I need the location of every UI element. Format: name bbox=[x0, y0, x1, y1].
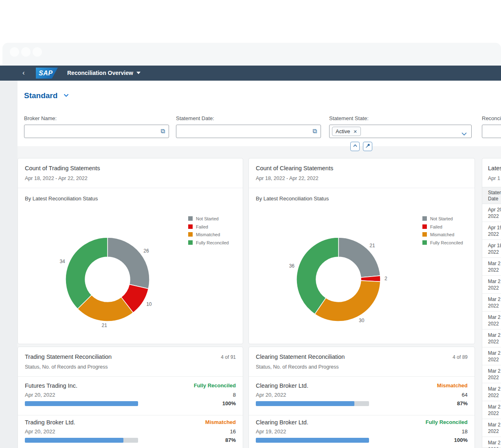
reconciliation-input[interactable] bbox=[482, 125, 501, 138]
divider bbox=[249, 188, 475, 188]
table-row[interactable]: Apr 192022 bbox=[482, 222, 501, 240]
table-row[interactable]: Mar 22022 bbox=[482, 401, 501, 419]
filter-field-statement-date: Statement Date: ⧉ bbox=[176, 115, 321, 138]
records-count: 18 bbox=[462, 428, 468, 435]
progress-fill bbox=[25, 438, 123, 443]
chevron-down-icon bbox=[136, 72, 141, 74]
token-label: Active bbox=[336, 128, 350, 134]
donut-data-label: 21 bbox=[369, 243, 375, 248]
legend-item: Failed bbox=[422, 224, 463, 233]
list-item[interactable]: Trading Broker Ltd. Apr 20, 2022 Mismatc… bbox=[18, 415, 243, 448]
divider bbox=[18, 376, 243, 377]
table-row[interactable]: Apr 202022 bbox=[482, 204, 501, 222]
status-badge: Fully Reconciled bbox=[426, 419, 468, 425]
table-row[interactable]: Mar 22022 bbox=[482, 437, 501, 448]
progress-fill bbox=[256, 401, 354, 406]
table-row[interactable]: Mar 22022 bbox=[482, 312, 501, 329]
value-help-icon[interactable]: ⧉ bbox=[160, 127, 165, 135]
filter-label: Statement State: bbox=[329, 115, 472, 121]
donut-slice-fully-reconciled[interactable] bbox=[66, 237, 108, 309]
legend-item: Mismatched bbox=[188, 232, 229, 240]
value-help-icon[interactable]: ⧉ bbox=[312, 127, 317, 135]
records-count: 64 bbox=[462, 392, 468, 398]
list-item[interactable]: Futures Trading Inc. Apr 20, 2022 Fully … bbox=[18, 379, 243, 413]
filter-token-active: Active✕ bbox=[332, 127, 361, 136]
table-row[interactable]: Mar 22022 bbox=[482, 347, 501, 365]
progress-percent: 100% bbox=[222, 400, 236, 406]
legend-swatch bbox=[422, 224, 427, 229]
chart-legend: Not StartedFailedMismatchedFully Reconci… bbox=[422, 216, 463, 248]
card-title: Trading Statement Reconciliation bbox=[25, 354, 112, 360]
statement-date: Apr 20, 2022 bbox=[25, 392, 55, 398]
progress-percent: 100% bbox=[454, 437, 468, 443]
progress-bar bbox=[256, 438, 369, 443]
card-title: Count of Trading Statements bbox=[25, 165, 100, 171]
list-item[interactable]: Clearing Broker Ltd. Apr 20, 2022 Mismat… bbox=[249, 379, 475, 413]
legend-label: Fully Reconciled bbox=[430, 240, 463, 245]
app-title-menu[interactable]: Reconciliation Overview bbox=[67, 70, 141, 76]
legend-label: Failed bbox=[196, 224, 208, 229]
window-dot bbox=[21, 47, 31, 57]
donut-data-label: 36 bbox=[289, 263, 295, 269]
window-titlebar bbox=[2, 43, 501, 66]
card-subtitle: Apr 18, 2022 - Apr 22, 2022 bbox=[256, 176, 319, 181]
token-remove-icon[interactable]: ✕ bbox=[353, 129, 357, 134]
card-clearing-statement-reconciliation: Clearing Statement Reconciliation 4 of 8… bbox=[248, 347, 475, 448]
screen: ‹ SAP Reconciliation Overview Standard B… bbox=[0, 0, 501, 448]
legend-item: Failed bbox=[188, 224, 229, 233]
table-row[interactable]: Apr 182022 bbox=[482, 240, 501, 258]
table-row[interactable]: Mar 22022 bbox=[482, 365, 501, 383]
table-body: Apr 202022Apr 192022Apr 182022Mar 22022M… bbox=[482, 204, 501, 448]
filter-label: Reconcili bbox=[482, 115, 501, 121]
collapse-filter-button[interactable] bbox=[350, 142, 360, 151]
item-count-badge: 4 of 89 bbox=[453, 354, 468, 360]
sap-logo-text: SAP bbox=[39, 70, 53, 77]
table-row[interactable]: Mar 22022 bbox=[482, 383, 501, 401]
legend-label: Not Started bbox=[430, 216, 453, 221]
pin-filter-button[interactable] bbox=[363, 142, 372, 151]
broker-name-input[interactable]: ⧉ bbox=[24, 125, 169, 138]
card-count-trading-statements: Count of Trading Statements Apr 18, 2022… bbox=[18, 158, 243, 344]
legend-item: Not Started bbox=[422, 216, 463, 224]
statement-date: Apr 20, 2022 bbox=[25, 428, 55, 435]
donut-data-label: 26 bbox=[143, 248, 149, 254]
statement-date: Apr 19, 2022 bbox=[256, 428, 286, 435]
chevron-down-icon[interactable] bbox=[461, 130, 467, 137]
broker-name: Clearing Broker Ltd. bbox=[256, 419, 308, 426]
dashboard: Count of Trading Statements Apr 18, 2022… bbox=[18, 146, 501, 448]
table-row[interactable]: Mar 22022 bbox=[482, 329, 501, 347]
list-item[interactable]: Clearing Broker Ltd. Apr 19, 2022 Fully … bbox=[249, 415, 475, 448]
legend-swatch bbox=[188, 224, 193, 229]
card-title: Clearing Statement Reconciliation bbox=[256, 354, 345, 360]
status-badge: Fully Reconciled bbox=[194, 382, 236, 389]
table-row[interactable]: Mar 22022 bbox=[482, 258, 501, 276]
variant-selector[interactable]: Standard bbox=[24, 91, 69, 100]
donut-data-label: 10 bbox=[146, 301, 152, 307]
card-title: Lates bbox=[488, 165, 501, 171]
table-row[interactable]: Mar 22022 bbox=[482, 294, 501, 312]
filter-field-statement-state: Statement State: Active✕ bbox=[329, 115, 472, 138]
chevron-up-icon bbox=[352, 143, 358, 149]
donut-slice-not-started[interactable] bbox=[108, 237, 149, 289]
legend-label: Failed bbox=[430, 224, 442, 229]
legend-swatch bbox=[422, 216, 427, 221]
broker-name: Clearing Broker Ltd. bbox=[256, 382, 308, 389]
donut-slice-mismatched[interactable] bbox=[315, 281, 380, 321]
variant-name: Standard bbox=[24, 91, 57, 100]
card-trading-statement-reconciliation: Trading Statement Reconciliation 4 of 91… bbox=[18, 347, 243, 448]
statement-state-combobox[interactable]: Active✕ bbox=[329, 125, 472, 138]
card-subtitle: Apr 1 bbox=[488, 176, 500, 181]
card-latest-statements: Lates Apr 1 Statem Date Apr 202022Apr 19… bbox=[482, 158, 501, 448]
progress-percent: 87% bbox=[457, 400, 468, 406]
app-title: Reconciliation Overview bbox=[67, 70, 133, 76]
legend-item: Fully Reconciled bbox=[422, 240, 463, 248]
divider bbox=[249, 376, 475, 377]
filter-bar: Standard Broker Name: ⧉ Statement Date: … bbox=[18, 81, 501, 147]
legend-swatch bbox=[188, 240, 193, 245]
statement-date-input[interactable]: ⧉ bbox=[176, 125, 321, 138]
column-header-line: Date bbox=[488, 196, 501, 202]
filter-field-reconciliation: Reconcili bbox=[482, 115, 501, 138]
table-row[interactable]: Mar 22022 bbox=[482, 419, 501, 437]
back-icon[interactable]: ‹ bbox=[22, 69, 25, 77]
table-row[interactable]: Mar 22022 bbox=[482, 276, 501, 294]
